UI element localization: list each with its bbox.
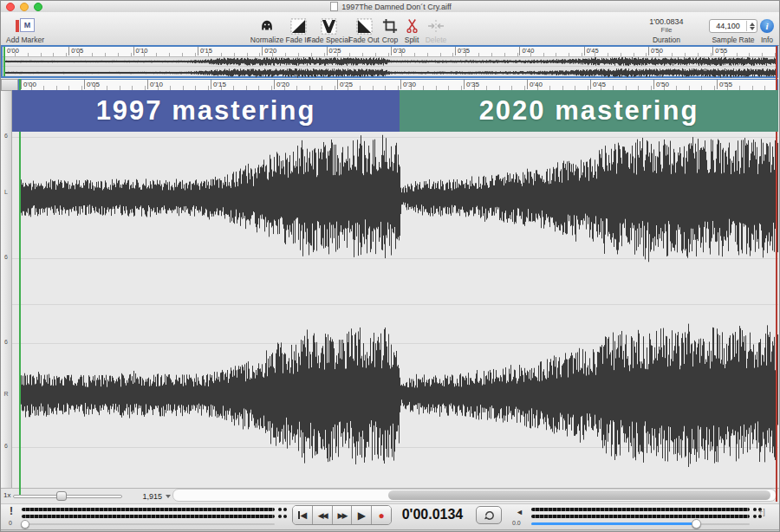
chevron-down-icon bbox=[166, 495, 171, 498]
mic-level-icon: ! bbox=[10, 505, 13, 517]
ruler-tick-label: 0'20 bbox=[274, 80, 289, 89]
title-bar[interactable]: 1997The Damned Don´t Cry.aiff bbox=[1, 1, 780, 13]
duration-value: 1'00.0834 bbox=[649, 17, 683, 26]
overview-pane[interactable]: 0'000'050'100'150'200'250'300'350'400'45… bbox=[1, 45, 778, 78]
ruler-tick-label: 0'00 bbox=[21, 80, 36, 89]
overview-waveform-canvas[interactable] bbox=[3, 56, 777, 78]
db-mark-label: 6 bbox=[1, 254, 11, 260]
resize-end-icon: +] bbox=[758, 508, 765, 516]
split-scissors-icon bbox=[406, 16, 419, 36]
crop-icon bbox=[382, 16, 398, 36]
main-playhead[interactable] bbox=[19, 79, 21, 495]
input-meter-peak-dots bbox=[278, 515, 282, 518]
input-meter-left bbox=[22, 508, 275, 511]
normalize-icon bbox=[259, 16, 275, 36]
input-meter-right bbox=[22, 515, 275, 518]
input-volume-thumb[interactable] bbox=[21, 520, 29, 529]
info-icon: i bbox=[760, 19, 774, 33]
ruler-tick-label: 0'25 bbox=[327, 47, 341, 55]
channel-gutter: 6 L 6 6 R 6 bbox=[1, 91, 12, 488]
fade-out-button[interactable]: Fade Out bbox=[347, 13, 381, 44]
toolbar: M Add Marker Normalize Fade In Fade Spec… bbox=[1, 12, 780, 46]
fade-out-icon bbox=[356, 16, 373, 36]
db-mark-label: 6 bbox=[1, 443, 11, 449]
play-button[interactable]: ▶ bbox=[352, 506, 372, 524]
db-mark-label: 6 bbox=[1, 133, 11, 139]
banner-1997-mastering: 1997 mastering bbox=[12, 90, 400, 132]
fast-forward-button[interactable]: ▶▶ bbox=[333, 506, 353, 524]
ruler-tick-label: 0'30 bbox=[391, 47, 406, 55]
duration-unit: File bbox=[661, 26, 673, 34]
ruler-tick-label: 0'10 bbox=[133, 47, 148, 55]
ruler-tick-label: 0'55 bbox=[717, 80, 732, 89]
overview-playhead[interactable] bbox=[3, 47, 5, 76]
zoom-slider-thumb[interactable] bbox=[56, 491, 67, 501]
ruler-tick-label: 0'15 bbox=[211, 80, 226, 89]
ruler-tick-label: 0'45 bbox=[590, 80, 606, 89]
crop-button[interactable]: Crop bbox=[379, 13, 401, 44]
overview-strip-divider bbox=[3, 66, 777, 67]
main-waveform-canvas[interactable] bbox=[12, 91, 778, 488]
output-meter-right bbox=[531, 515, 750, 518]
input-meter-peak-dots bbox=[278, 508, 282, 511]
ruler-tick-label: 0'45 bbox=[584, 47, 599, 55]
document-icon bbox=[330, 2, 338, 11]
main-ruler[interactable]: 0'000'050'100'150'200'250'300'350'400'45… bbox=[18, 79, 778, 91]
split-button[interactable]: Split bbox=[401, 13, 422, 44]
ruler-tick-label: 0'30 bbox=[400, 80, 416, 89]
ruler-tick-label: 0'40 bbox=[527, 80, 543, 89]
output-meter-peak-dots bbox=[753, 508, 757, 511]
time-display: 0'00.0134 bbox=[393, 507, 472, 522]
ruler-tick-label: 0'35 bbox=[455, 47, 470, 55]
banner-2020-mastering: 2020 mastering bbox=[400, 90, 778, 132]
ruler-tick-label: 0'55 bbox=[712, 47, 727, 55]
ruler-tick-label: 0'35 bbox=[464, 80, 479, 89]
db-mark-label: 6 bbox=[1, 339, 11, 345]
speaker-icon: ◄ bbox=[516, 508, 523, 516]
horizontal-scrollbar-thumb[interactable] bbox=[388, 490, 770, 500]
window-title: 1997The Damned Don´t Cry.aiff bbox=[1, 2, 780, 11]
normalize-button[interactable]: Normalize bbox=[246, 13, 288, 44]
fade-special-icon bbox=[321, 16, 337, 36]
loop-icon bbox=[483, 509, 496, 522]
audio-editor-window: 1997The Damned Don´t Cry.aiff M Add Mark… bbox=[0, 0, 780, 532]
marker-icon: M bbox=[15, 18, 36, 34]
output-meter-left bbox=[531, 508, 750, 511]
ruler-tick-label: 0'10 bbox=[147, 80, 163, 89]
ruler-tick-label: 0'40 bbox=[519, 47, 534, 55]
ruler-tick-label: 0'15 bbox=[198, 47, 212, 55]
duration-display: 1'00.0834 File Duration bbox=[638, 13, 695, 44]
right-channel-label: R bbox=[1, 391, 11, 397]
delete-icon bbox=[427, 16, 445, 36]
go-to-start-button[interactable]: ◀ bbox=[293, 506, 313, 524]
zoom-slider-track[interactable] bbox=[13, 495, 122, 498]
ruler-tick-label: 0'50 bbox=[653, 80, 669, 89]
zoom-1x-label: 1x bbox=[3, 491, 10, 499]
record-level-value: 0 bbox=[9, 520, 12, 526]
fade-special-button[interactable]: Fade Special bbox=[307, 13, 350, 44]
zoom-level-select[interactable]: 1,915 bbox=[127, 491, 171, 502]
record-icon: ● bbox=[378, 509, 384, 522]
output-volume-thumb[interactable] bbox=[692, 519, 701, 529]
ruler-tick-label: 0'50 bbox=[648, 47, 663, 55]
sample-rate-select[interactable]: 44,100 bbox=[709, 19, 757, 33]
record-button[interactable]: ● bbox=[372, 506, 391, 524]
ruler-tick-label: 0'05 bbox=[68, 47, 83, 55]
add-marker-button[interactable]: M Add Marker bbox=[3, 13, 48, 44]
rewind-button[interactable]: ◀◀ bbox=[313, 506, 333, 524]
loop-button[interactable] bbox=[476, 506, 502, 524]
input-volume-track[interactable] bbox=[22, 523, 275, 525]
ruler-tick-label: 0'00 bbox=[4, 47, 19, 55]
bar-icon bbox=[298, 511, 300, 519]
output-meter-peak-dots bbox=[753, 515, 757, 518]
output-volume-fill bbox=[531, 522, 694, 525]
ruler-tick-label: 0'05 bbox=[84, 80, 100, 89]
delete-button[interactable]: Delete bbox=[422, 13, 450, 44]
output-level-value: 0.0 bbox=[512, 520, 521, 526]
info-button[interactable]: i Info bbox=[755, 13, 779, 44]
left-channel-label: L bbox=[1, 189, 11, 195]
sample-rate-control: 44,100 Sample Rate bbox=[707, 13, 759, 44]
fade-in-icon bbox=[290, 16, 307, 36]
ruler-tick-label: 0'25 bbox=[337, 80, 353, 89]
transport-buttons: ◀ ◀◀ ▶▶ ▶ ● bbox=[292, 505, 392, 525]
